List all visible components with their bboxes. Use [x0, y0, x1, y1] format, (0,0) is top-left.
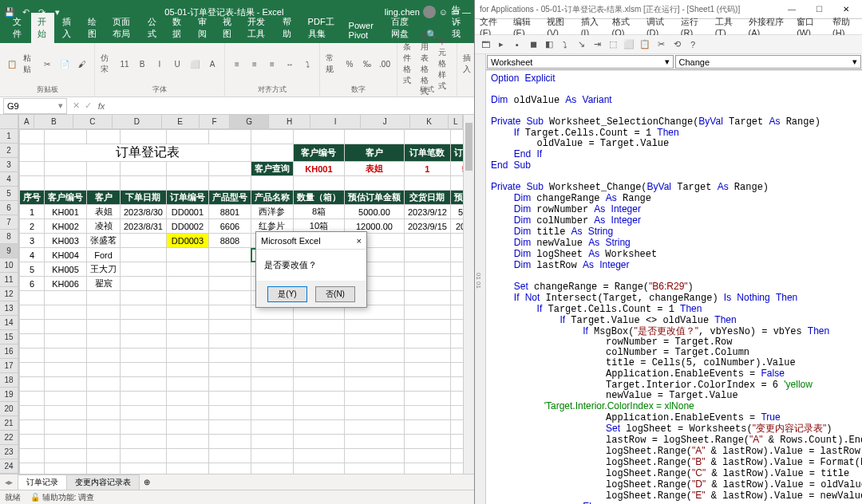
cell[interactable] [45, 363, 87, 377]
row-header[interactable]: 5 [0, 187, 18, 201]
cell[interactable] [208, 406, 251, 420]
cell[interactable] [404, 248, 450, 262]
cell[interactable] [404, 392, 450, 406]
cell[interactable] [20, 392, 45, 406]
cell[interactable] [293, 348, 344, 363]
cell[interactable] [450, 262, 463, 277]
ribbon-button[interactable]: I [152, 57, 167, 71]
cell[interactable] [20, 377, 45, 392]
cell[interactable]: 下单日期 [121, 191, 167, 205]
cell[interactable] [45, 162, 87, 176]
cell[interactable] [20, 334, 45, 348]
toolbar-icon[interactable]: ⤵ [558, 37, 572, 52]
cell[interactable] [293, 435, 344, 449]
cell[interactable] [208, 305, 251, 320]
vba-menu-item[interactable]: 视图(V) [547, 16, 571, 37]
cell[interactable] [293, 463, 344, 474]
cell[interactable] [166, 305, 208, 320]
cell[interactable] [293, 320, 344, 334]
cell[interactable] [450, 234, 463, 248]
cell[interactable] [293, 420, 344, 435]
cell[interactable] [166, 277, 208, 291]
cell[interactable] [450, 305, 463, 320]
cell[interactable] [344, 348, 404, 363]
cell[interactable] [208, 463, 251, 474]
cell[interactable] [166, 348, 208, 363]
cell[interactable] [251, 176, 293, 191]
cell[interactable] [450, 435, 463, 449]
cell[interactable] [20, 162, 45, 176]
cell[interactable] [166, 435, 208, 449]
cell[interactable] [251, 334, 293, 348]
ribbon-button[interactable]: 套用表格格式 [420, 57, 434, 71]
vertical-scrollbar[interactable] [463, 115, 474, 474]
cell[interactable] [344, 363, 404, 377]
ribbon-button[interactable]: ↔ [283, 57, 297, 71]
cell[interactable]: 王大刀 [87, 262, 121, 277]
cell[interactable] [450, 248, 463, 262]
ribbon-button[interactable]: ≡ [230, 57, 244, 71]
ribbon-button[interactable]: ‰ [360, 57, 374, 71]
cell[interactable]: 产品型号 [208, 191, 251, 205]
cell[interactable] [208, 377, 251, 392]
cell[interactable] [293, 176, 344, 191]
toolbar-icon[interactable]: ↘ [574, 37, 588, 52]
cell[interactable] [251, 449, 293, 463]
cell[interactable] [404, 435, 450, 449]
formula-input[interactable] [109, 98, 474, 114]
cell[interactable] [450, 392, 463, 406]
cell[interactable] [20, 449, 45, 463]
row-header[interactable]: 13 [0, 301, 18, 316]
cell[interactable] [166, 248, 208, 262]
cell[interactable]: 客户编号 [293, 144, 344, 162]
ribbon-button[interactable]: 📋 [5, 57, 19, 71]
cell[interactable] [344, 435, 404, 449]
cell[interactable]: Ford [87, 248, 121, 262]
ribbon-tab[interactable]: 审阅 [192, 13, 215, 43]
cell[interactable] [293, 130, 344, 144]
cell[interactable]: 客户查询 [251, 162, 293, 176]
ribbon-button[interactable]: ≡ [247, 57, 262, 71]
cell[interactable] [450, 130, 463, 144]
cell[interactable]: 西洋参 [251, 205, 293, 219]
cell[interactable]: DD0002 [166, 219, 208, 234]
cell[interactable] [404, 320, 450, 334]
cell[interactable]: DD0003 [166, 234, 208, 248]
cell[interactable] [166, 162, 208, 176]
ribbon-button[interactable]: B [135, 57, 149, 71]
cell[interactable] [45, 435, 87, 449]
cell[interactable] [208, 130, 251, 144]
cell[interactable] [121, 176, 167, 191]
cell[interactable] [450, 320, 463, 334]
cell[interactable] [450, 463, 463, 474]
ribbon-button[interactable]: ✂ [40, 57, 54, 71]
cell[interactable] [121, 420, 167, 435]
cell[interactable] [87, 305, 121, 320]
row-header[interactable]: 19 [0, 388, 18, 402]
cell[interactable] [166, 449, 208, 463]
cell[interactable]: 客户 [344, 144, 404, 162]
cell[interactable] [20, 305, 45, 320]
cell[interactable] [450, 348, 463, 363]
cell[interactable] [208, 334, 251, 348]
cell[interactable] [166, 377, 208, 392]
cell[interactable]: 序号 [20, 191, 45, 205]
ribbon-button[interactable]: 🖌 [75, 57, 89, 71]
cell[interactable]: 8808 [208, 234, 251, 248]
cell[interactable] [208, 363, 251, 377]
cell[interactable] [121, 248, 167, 262]
cell[interactable] [208, 449, 251, 463]
row-header[interactable]: 17 [0, 359, 18, 373]
row-header[interactable]: 12 [0, 287, 18, 301]
vba-menu-item[interactable]: 插入(I) [581, 16, 603, 37]
cell[interactable]: KH001 [293, 162, 344, 176]
ribbon-button[interactable]: 常规 [325, 57, 339, 71]
row-header[interactable]: 11 [0, 273, 18, 287]
cell[interactable] [251, 435, 293, 449]
ribbon-tab[interactable]: Power Pivot [342, 18, 383, 43]
column-header[interactable]: A [19, 115, 34, 129]
cell[interactable] [208, 348, 251, 363]
column-header[interactable]: F [200, 115, 231, 129]
cell[interactable] [344, 449, 404, 463]
ribbon-tab[interactable]: 视图 [216, 13, 239, 43]
